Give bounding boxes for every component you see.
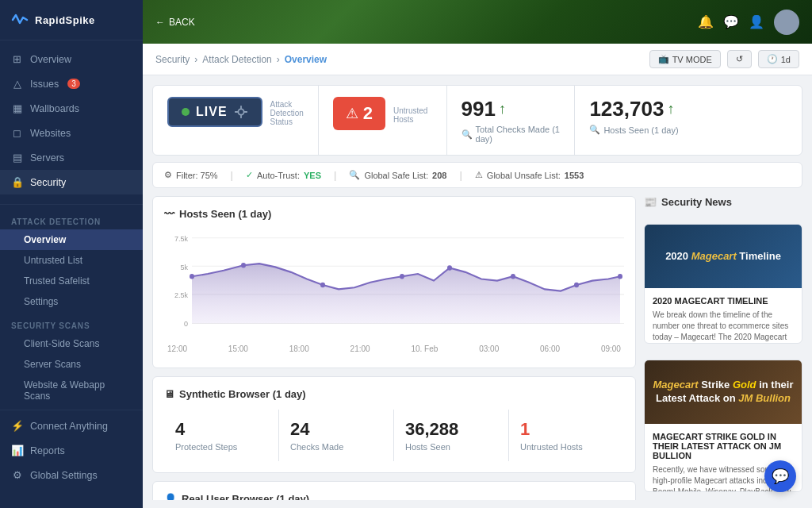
synthetic-icon: 🖥 (164, 388, 174, 400)
sidebar-item-connect[interactable]: ⚡ Connect Anything (0, 414, 143, 438)
stat-total-checks: 991 ↑ 🔍 Total Checks Made (1 day) (447, 86, 576, 155)
issues-badge: 3 (67, 79, 80, 89)
live-indicator (182, 108, 190, 116)
sidebar-label-reports: Reports (30, 445, 65, 456)
attack-detection-section-header: ATTACK DETECTION (0, 208, 143, 229)
notification-icon[interactable]: 🔔 (698, 14, 714, 29)
user-icon[interactable]: 👤 (749, 14, 764, 29)
filter-percentage: ⚙ Filter: 75% (164, 170, 218, 180)
real-user-browser-title: 👤 Real User Browser (1 day) (164, 493, 624, 500)
sidebar-item-trusted-safelist[interactable]: Trusted Safelist (0, 271, 143, 291)
chart-dot (320, 283, 325, 287)
chart-svg: 7.5k 5k 2.5k 0 (164, 229, 624, 341)
news-text-0: We break down the timeline of the number… (653, 310, 794, 344)
breadcrumb-overview: Overview (285, 54, 327, 65)
chart-dot (574, 283, 579, 287)
user-avatar[interactable] (774, 10, 799, 35)
search-icon: 🔍 (462, 129, 473, 140)
sidebar: RapidSpike ⊞ Overview △ Issues 3 ▦ Wallb… (0, 0, 143, 508)
sidebar-item-servers[interactable]: ▤ Servers (0, 145, 143, 170)
tv-mode-button[interactable]: 📺 TV MODE (649, 50, 721, 68)
synthetic-stat-0: 4 Protected Steps (164, 410, 279, 461)
banner-icons: 🔔 💬 👤 (698, 10, 799, 35)
breadcrumb-security: Security (155, 54, 190, 65)
refresh-icon: ↺ (736, 54, 743, 64)
hosts-chart-card: 〰 Hosts Seen (1 day) 7.5k 5k (152, 196, 636, 368)
hosts-seen-arrow: ↑ (667, 101, 674, 117)
security-scans-section-header: SECURITY SCANS (0, 312, 143, 333)
alert-sub: Untrusted Hosts (393, 106, 432, 124)
stat-alerts: ⚠ 2 Untrusted Hosts (319, 86, 447, 155)
search-icon-2: 🔍 (589, 125, 600, 135)
chat-icon[interactable]: 💬 (723, 14, 739, 29)
hosts-seen-sub: 🔍 Hosts Seen (1 day) (589, 125, 787, 135)
svg-point-0 (238, 109, 243, 114)
sidebar-item-settings[interactable]: Settings (0, 291, 143, 312)
user-browser-icon: 👤 (164, 493, 177, 500)
sidebar-item-client-scans[interactable]: Client-Side Scans (0, 333, 143, 354)
sidebar-item-untrusted-list[interactable]: Untrusted List (0, 250, 143, 271)
breadcrumb-attack-detection: Attack Detection (202, 54, 271, 65)
news-title-1: MAGECART STRIKE GOLD IN THEIR LATEST ATT… (653, 432, 794, 460)
news-section-title: 📰 Security News (644, 196, 802, 208)
sidebar-nav: ⊞ Overview △ Issues 3 ▦ Wallboards ◻ Web… (0, 40, 143, 201)
stat-hosts-seen: 123,703 ↑ 🔍 Hosts Seen (1 day) (575, 86, 802, 155)
sidebar-item-global-settings[interactable]: ⚙ Global Settings (0, 463, 143, 487)
hosts-chart: 7.5k 5k 2.5k 0 (164, 229, 624, 356)
chart-dot (447, 265, 452, 270)
sidebar-item-overview[interactable]: ⊞ Overview (0, 47, 143, 71)
websites-icon: ◻ (11, 127, 23, 139)
live-label: LIVE (196, 105, 228, 119)
filter-autotrust: ✓ Auto-Trust: YES (246, 170, 321, 180)
sidebar-item-webapp-scans[interactable]: Website & Webapp Scans (0, 375, 143, 406)
sidebar-item-websites[interactable]: ◻ Websites (0, 121, 143, 145)
svg-text:0: 0 (184, 319, 188, 327)
chart-dot (618, 274, 622, 279)
filter-label: Filter: 75% (176, 171, 218, 180)
divider-2 (0, 410, 143, 410)
synthetic-browser-card: 🖥 Synthetic Browser (1 day) 4 Protected … (152, 376, 636, 473)
svg-text:5k: 5k (180, 263, 188, 271)
breadcrumb-sep-2: › (277, 54, 280, 65)
chat-bubble-icon: 💬 (772, 468, 789, 485)
chart-dot (241, 263, 246, 267)
synthetic-stat-3: 1 Untrusted Hosts (509, 410, 624, 461)
sidebar-logo: RapidSpike (0, 0, 143, 40)
news-img-0: 2020 Magecart Timeline (645, 225, 802, 288)
real-user-browser-card: 👤 Real User Browser (1 day) 5 Protected … (152, 481, 636, 500)
chat-bubble-button[interactable]: 💬 (764, 460, 796, 492)
breadcrumb-sep-1: › (194, 54, 197, 65)
filter-icon: ⚙ (164, 170, 172, 180)
hosts-chart-title: 〰 Hosts Seen (1 day) (164, 208, 624, 220)
left-panel: 〰 Hosts Seen (1 day) 7.5k 5k (152, 196, 636, 500)
sidebar-item-issues[interactable]: △ Issues 3 (0, 71, 143, 96)
sidebar-item-wallboards[interactable]: ▦ Wallboards (0, 96, 143, 121)
checkmark-icon: ✓ (246, 170, 253, 180)
chart-dot (190, 274, 194, 279)
live-badge: LIVE (167, 97, 262, 127)
refresh-button[interactable]: ↺ (727, 50, 752, 68)
settings-gear-icon (234, 105, 248, 119)
content-area: Security › Attack Detection › Overview 📺… (143, 44, 812, 508)
synthetic-stats-grid: 4 Protected Steps 24 Checks Made 36,288 … (164, 410, 624, 461)
sidebar-item-security[interactable]: 🔒 Security (0, 170, 143, 194)
back-button[interactable]: ← BACK (155, 17, 195, 28)
news-title-0: 2020 MAGECART TIMELINE (653, 296, 794, 306)
alert-number: 2 (363, 103, 373, 124)
sidebar-label-security: Security (30, 177, 66, 188)
time-range-button[interactable]: 🕐 1d (758, 50, 799, 68)
sidebar-item-attack-overview[interactable]: Overview (0, 229, 143, 250)
breadcrumb: Security › Attack Detection › Overview (155, 54, 327, 65)
divider-1 (0, 204, 143, 205)
filter-bar: ⚙ Filter: 75% | ✓ Auto-Trust: YES | 🔍 Gl… (152, 162, 802, 188)
top-banner: ← BACK 🔔 💬 👤 (143, 0, 812, 44)
synthetic-browser-title: 🖥 Synthetic Browser (1 day) (164, 388, 624, 400)
news-img-1: Magecart Strike Gold in their Latest Att… (645, 360, 802, 424)
sidebar-item-server-scans[interactable]: Server Scans (0, 354, 143, 375)
live-sub: Attack Detection Status (270, 100, 304, 126)
svg-text:2.5k: 2.5k (174, 291, 188, 299)
chart-dot (511, 274, 515, 279)
sidebar-item-reports[interactable]: 📊 Reports (0, 438, 143, 463)
servers-icon: ▤ (11, 152, 23, 164)
app-name: RapidSpike (35, 14, 95, 26)
